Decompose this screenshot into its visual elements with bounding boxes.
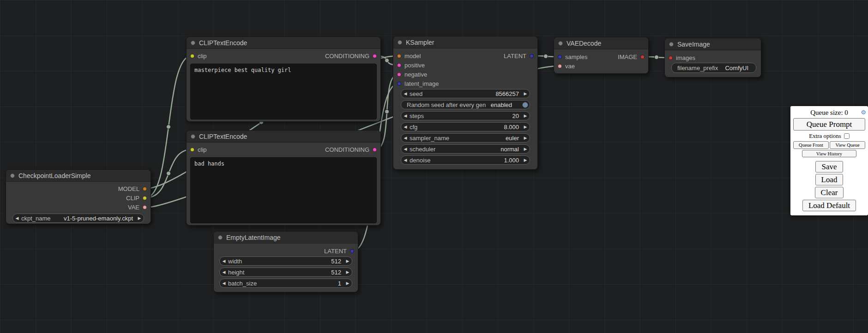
toggle-knob-icon[interactable] (522, 102, 528, 108)
scheduler-widget[interactable]: ◀ scheduler normal ▶ (401, 144, 530, 154)
images-input-dot[interactable] (669, 56, 673, 60)
next-value-arrow-icon[interactable]: ▶ (521, 136, 530, 140)
prompt-textarea[interactable]: bad hands (190, 157, 377, 223)
prev-value-arrow-icon[interactable]: ◀ (401, 136, 410, 140)
link-midpoint-dot (385, 59, 389, 63)
widget-value[interactable]: 1 (257, 280, 344, 287)
widget-value[interactable]: 512 (242, 258, 344, 265)
node-title-bar[interactable]: CLIPTextEncode (187, 131, 380, 143)
widget-value[interactable]: v1-5-pruned-emaonly.ckpt (51, 215, 135, 222)
clip-input-dot[interactable] (190, 54, 194, 58)
denoise-widget[interactable]: ◀ denoise 1.000 ▶ (401, 155, 530, 165)
clip-output-dot[interactable] (143, 196, 147, 200)
view-history-button[interactable]: View History (802, 150, 857, 157)
comfy-menu[interactable]: Queue size: 0 ⚙ Queue Prompt Extra optio… (790, 106, 868, 215)
save-button[interactable]: Save (815, 161, 843, 172)
decrement-arrow-icon[interactable]: ◀ (401, 113, 410, 118)
prompt-textarea[interactable]: masterpiece best quality girl (190, 64, 377, 119)
filename-prefix-widget[interactable]: filename_prefix ComfyUI (671, 63, 756, 73)
load-button[interactable]: Load (815, 174, 844, 185)
widget-label: seed (410, 90, 422, 97)
model-input-dot[interactable] (397, 54, 401, 58)
negative-input-dot[interactable] (397, 72, 401, 77)
next-value-arrow-icon[interactable]: ▶ (135, 216, 144, 220)
view-queue-button[interactable]: View Queue (830, 141, 865, 149)
increment-arrow-icon[interactable]: ▶ (521, 113, 530, 118)
increment-arrow-icon[interactable]: ▶ (521, 158, 530, 162)
latent-output-dot[interactable] (350, 249, 354, 253)
vae-output-dot[interactable] (143, 205, 147, 209)
output-slot-model: MODEL (118, 184, 151, 194)
steps-widget[interactable]: ◀ steps 20 ▶ (401, 111, 530, 120)
node-vaedecode[interactable]: VAEDecode samples vae IMAGE (554, 37, 649, 74)
node-title-bar[interactable]: SaveImage (665, 38, 761, 50)
decrement-arrow-icon[interactable]: ◀ (401, 125, 410, 129)
ckpt-name-widget[interactable]: ◀ ckpt_name v1-5-pruned-emaonly.ckpt ▶ (12, 214, 144, 223)
node-title-bar[interactable]: KSampler (393, 36, 537, 48)
node-title-bar[interactable]: CheckpointLoaderSimple (6, 170, 151, 182)
node-cliptextencode-negative[interactable]: CLIPTextEncode clip CONDITIONING bad han… (186, 130, 381, 226)
increment-arrow-icon[interactable]: ▶ (521, 125, 530, 129)
width-widget[interactable]: ◀ width 512 ▶ (219, 256, 352, 266)
decrement-arrow-icon[interactable]: ◀ (401, 91, 410, 96)
widget-value[interactable]: ComfyUI (718, 65, 756, 71)
next-value-arrow-icon[interactable]: ▶ (521, 147, 530, 151)
height-widget[interactable]: ◀ height 512 ▶ (219, 268, 352, 277)
sampler-name-widget[interactable]: ◀ sampler_name euler ▶ (401, 133, 530, 143)
clip-input-dot[interactable] (190, 148, 194, 152)
node-checkpointloadersimple[interactable]: CheckpointLoaderSimple MODEL CLIP VAE ◀ … (6, 169, 151, 224)
node-collapse-dot-icon[interactable] (669, 42, 674, 47)
widget-value[interactable]: 20 (424, 113, 521, 119)
latent-output-dot[interactable] (530, 54, 534, 58)
prev-value-arrow-icon[interactable]: ◀ (13, 216, 21, 220)
widget-value[interactable]: euler (449, 135, 521, 142)
samples-input-dot[interactable] (558, 55, 562, 59)
queue-front-button[interactable]: Queue Front (793, 141, 829, 149)
widget-value[interactable]: 512 (244, 269, 344, 276)
node-cliptextencode-positive[interactable]: CLIPTextEncode clip CONDITIONING masterp… (186, 36, 381, 122)
seed-widget[interactable]: ◀ seed 8566257 ▶ (401, 89, 530, 98)
settings-gear-icon[interactable]: ⚙ (861, 108, 866, 117)
conditioning-output-dot[interactable] (373, 54, 377, 58)
widget-value[interactable]: 8566257 (422, 90, 521, 97)
node-collapse-dot-icon[interactable] (398, 40, 402, 45)
increment-arrow-icon[interactable]: ▶ (521, 91, 530, 96)
node-collapse-dot-icon[interactable] (10, 173, 15, 178)
node-ksampler[interactable]: KSampler model positive negative latent_… (393, 36, 538, 170)
increment-arrow-icon[interactable]: ▶ (344, 270, 352, 274)
decrement-arrow-icon[interactable]: ◀ (220, 259, 228, 263)
node-emptylatentimage[interactable]: EmptyLatentImage LATENT ◀ width 512 ▶ ◀ … (213, 231, 358, 292)
conditioning-output-dot[interactable] (373, 148, 377, 152)
widget-value[interactable]: normal (435, 146, 521, 153)
decrement-arrow-icon[interactable]: ◀ (220, 270, 228, 274)
load-default-button[interactable]: Load Default (802, 200, 856, 211)
node-collapse-dot-icon[interactable] (218, 235, 223, 240)
image-output-dot[interactable] (640, 55, 645, 59)
node-collapse-dot-icon[interactable] (191, 41, 195, 45)
decrement-arrow-icon[interactable]: ◀ (401, 158, 410, 162)
node-graph-canvas[interactable]: CheckpointLoaderSimple MODEL CLIP VAE ◀ … (0, 0, 868, 333)
model-output-dot[interactable] (143, 187, 147, 191)
increment-arrow-icon[interactable]: ▶ (344, 259, 352, 263)
widget-value[interactable]: 8.000 (417, 124, 521, 131)
node-title-bar[interactable]: CLIPTextEncode (187, 37, 380, 49)
widget-label: batch_size (228, 280, 257, 287)
latent-image-input-dot[interactable] (397, 82, 401, 86)
increment-arrow-icon[interactable]: ▶ (344, 281, 352, 285)
node-title-bar[interactable]: EmptyLatentImage (214, 232, 358, 244)
widget-value[interactable]: 1.000 (431, 157, 521, 164)
node-title-bar[interactable]: VAEDecode (554, 37, 648, 49)
positive-input-dot[interactable] (397, 63, 401, 67)
node-collapse-dot-icon[interactable] (191, 134, 195, 139)
clear-button[interactable]: Clear (815, 187, 844, 198)
extra-options-checkbox[interactable] (844, 133, 850, 139)
cfg-widget[interactable]: ◀ cfg 8.000 ▶ (401, 122, 530, 131)
queue-prompt-button[interactable]: Queue Prompt (793, 118, 865, 131)
random-seed-toggle-widget[interactable]: Random seed after every gen enabled (401, 100, 530, 109)
decrement-arrow-icon[interactable]: ◀ (220, 281, 228, 285)
vae-input-dot[interactable] (558, 64, 562, 68)
node-saveimage[interactable]: SaveImage images filename_prefix ComfyUI (664, 38, 761, 77)
batch-size-widget[interactable]: ◀ batch_size 1 ▶ (219, 279, 352, 288)
node-collapse-dot-icon[interactable] (558, 41, 563, 46)
prev-value-arrow-icon[interactable]: ◀ (401, 147, 410, 151)
